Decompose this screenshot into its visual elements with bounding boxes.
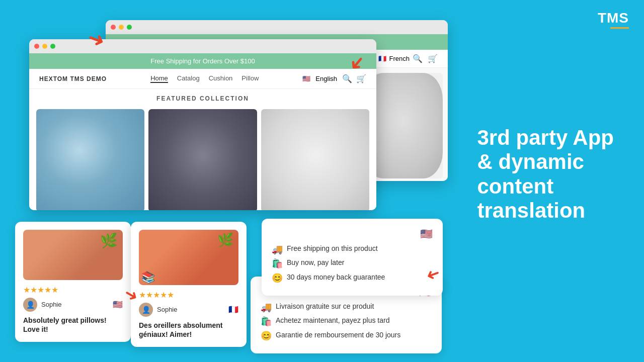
english-nav: HEXTOM TMS DEMO Home Catalog Cushion Pil… bbox=[29, 69, 376, 89]
english-shipping-banner: Free Shipping for Orders Over $100 bbox=[29, 53, 376, 69]
main-heading: 3rd party App & dynamic content translat… bbox=[477, 126, 614, 223]
review-card-english: 🌿 ★★★★★ 👤 Sophie 🇺🇸 Absolutely great pil… bbox=[15, 222, 131, 342]
english-nav-pillow[interactable]: Pillow bbox=[242, 74, 259, 83]
feature-fr-text-1: Livraison gratuite sur ce produit bbox=[276, 302, 374, 311]
review-french-stars: ★★★★★ bbox=[139, 290, 238, 300]
heading-line3: content bbox=[477, 174, 554, 198]
browser-english: Free Shipping for Orders Over $100 HEXTO… bbox=[29, 39, 376, 210]
review-english-text: Absolutely great pillows! Love it! bbox=[23, 316, 123, 334]
books-decoration: 📚 bbox=[141, 271, 155, 284]
english-nav-links: Home Catalog Cushion Pillow bbox=[150, 74, 259, 83]
french-cart-icon[interactable]: 🛒 bbox=[428, 54, 438, 63]
tms-logo: TMS bbox=[598, 10, 629, 29]
heading-line1: 3rd party App bbox=[477, 126, 614, 149]
review-french-reviewer-row: 👤 Sophie 🇫🇷 bbox=[139, 303, 238, 317]
english-banner-text: Free Shipping for Orders Over $100 bbox=[150, 57, 255, 65]
english-flag: 🇺🇸 bbox=[302, 75, 310, 82]
heading-line4: translation bbox=[477, 199, 586, 222]
reviewer-english-name: Sophie bbox=[41, 301, 109, 308]
review-english-reviewer-row: 👤 Sophie 🇺🇸 bbox=[23, 298, 123, 312]
french-flag: 🇫🇷 bbox=[378, 55, 386, 62]
french-lang-text: French bbox=[389, 55, 410, 62]
feature-en-item-2: 🛍️ Buy now, pay later bbox=[272, 258, 433, 269]
feature-en-text-2: Buy now, pay later bbox=[287, 258, 344, 267]
plant-decoration: 🌿 bbox=[100, 232, 118, 249]
tms-logo-text: TMS bbox=[598, 10, 629, 26]
english-lang-area: 🇺🇸 English 🔍 🛒 bbox=[302, 74, 366, 83]
feature-fr-text-2: Achetez maintenant, payez plus tard bbox=[276, 316, 389, 325]
feature-en-emoji-1: 🚚 bbox=[272, 244, 283, 255]
review-french-text: Des oreillers absolument géniaux! Aimer! bbox=[139, 321, 238, 339]
feature-card-english: 🇺🇸 🚚 Free shipping on this product 🛍️ Bu… bbox=[262, 219, 443, 296]
heading-line2: & dynamic bbox=[477, 150, 584, 173]
tms-logo-underline bbox=[610, 27, 629, 29]
feature-en-text-3: 30 days money back guarantee bbox=[287, 273, 385, 282]
feature-fr-text-3: Garantie de remboursement de 30 jours bbox=[276, 330, 400, 339]
feature-fr-item-3: 😊 Garantie de remboursement de 30 jours bbox=[261, 330, 432, 342]
browser-french-bar bbox=[106, 20, 448, 34]
reviewer-english-flag: 🇺🇸 bbox=[113, 300, 123, 309]
window-maximize-dot-en bbox=[50, 44, 55, 49]
french-nav-icons: 🔍 🛒 bbox=[413, 54, 438, 63]
review-card-french: 📚 🌿 ★★★★★ 👤 Sophie 🇫🇷 Des oreillers abso… bbox=[131, 222, 247, 347]
reviewer-french-name: Sophie bbox=[157, 306, 224, 313]
reviewer-english-avatar: 👤 bbox=[23, 298, 37, 312]
window-close-dot-en bbox=[34, 44, 39, 49]
window-close-dot bbox=[111, 25, 116, 30]
window-maximize-dot bbox=[127, 25, 132, 30]
feature-en-emoji-2: 🛍️ bbox=[272, 258, 283, 269]
feature-card-en-flag: 🇺🇸 bbox=[420, 228, 433, 240]
feature-en-item-1: 🚚 Free shipping on this product bbox=[272, 244, 433, 255]
reviewer-french-flag: 🇫🇷 bbox=[228, 305, 238, 314]
plant2-decoration: 🌿 bbox=[217, 232, 233, 248]
english-lang-text: English bbox=[315, 75, 337, 82]
reviewer-french-avatar: 👤 bbox=[139, 303, 153, 317]
feature-en-item-3: 😊 30 days money back guarantee bbox=[272, 273, 433, 284]
english-nav-home[interactable]: Home bbox=[150, 74, 168, 83]
english-search-icon[interactable]: 🔍 bbox=[342, 74, 352, 83]
feature-card-en-header: 🇺🇸 bbox=[272, 228, 433, 240]
feature-en-emoji-3: 😊 bbox=[272, 273, 283, 284]
english-products-grid bbox=[29, 105, 376, 210]
window-minimize-dot-en bbox=[42, 44, 47, 49]
feature-en-text-1: Free shipping on this product bbox=[287, 244, 378, 253]
english-product-2[interactable] bbox=[148, 109, 257, 210]
feature-fr-emoji-2: 🛍️ bbox=[261, 316, 272, 327]
browser-english-bar bbox=[29, 39, 376, 53]
review-french-product-image: 📚 🌿 bbox=[139, 230, 238, 285]
feature-fr-emoji-1: 🚚 bbox=[261, 302, 272, 313]
feature-fr-emoji-3: 😊 bbox=[261, 330, 272, 342]
feature-fr-item-1: 🚚 Livraison gratuite sur ce produit bbox=[261, 302, 432, 313]
window-minimize-dot bbox=[119, 25, 124, 30]
english-brand: HEXTOM TMS DEMO bbox=[39, 75, 107, 82]
english-product-1[interactable] bbox=[36, 109, 144, 210]
english-nav-icons: 🔍 🛒 bbox=[342, 74, 366, 83]
english-nav-catalog[interactable]: Catalog bbox=[177, 74, 200, 83]
french-lang-selector[interactable]: 🇫🇷 French 🔍 🛒 bbox=[378, 54, 438, 63]
feature-fr-item-2: 🛍️ Achetez maintenant, payez plus tard bbox=[261, 316, 432, 327]
french-search-icon[interactable]: 🔍 bbox=[413, 54, 423, 63]
english-product-3[interactable] bbox=[261, 109, 369, 210]
english-nav-cushion[interactable]: Cushion bbox=[209, 74, 233, 83]
review-english-product-image: 🌿 bbox=[23, 230, 123, 280]
featured-collection-label: FEATURED COLLECTION bbox=[29, 89, 376, 105]
review-english-stars: ★★★★★ bbox=[23, 285, 123, 295]
